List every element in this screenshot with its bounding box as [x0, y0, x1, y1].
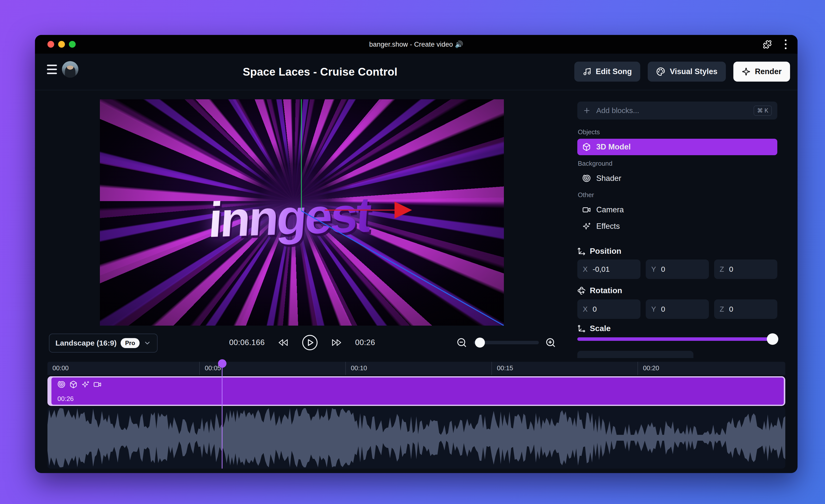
block-item-camera[interactable]: Camera — [577, 201, 777, 218]
playhead-handle[interactable] — [218, 359, 226, 368]
properties-sidebar: Add blocks... ⌘ K Objects 3D Model Backg… — [577, 35, 777, 358]
rewind-button[interactable] — [278, 338, 288, 348]
ruler-tick: 00:15 — [492, 362, 638, 375]
rotation-y-input[interactable]: Y 0 — [646, 300, 709, 319]
block-item-effects[interactable]: Effects — [577, 218, 777, 235]
timeline-clip[interactable]: 00:26 — [48, 376, 785, 406]
clip-duration-label: 00:26 — [58, 395, 74, 403]
ruler-tick: 00:10 — [345, 362, 492, 375]
rotation-x-input[interactable]: X 0 — [577, 300, 641, 319]
box-icon — [69, 381, 77, 389]
fast-forward-button[interactable] — [331, 338, 342, 348]
aspect-ratio-select[interactable]: Landscape (16:9) Pro — [49, 334, 158, 352]
group-label-objects: Objects — [578, 128, 600, 136]
rotate-3d-icon — [577, 286, 586, 295]
scale-slider-track[interactable] — [577, 337, 777, 341]
scale-3d-icon — [577, 324, 586, 333]
block-item-label: 3D Model — [596, 143, 631, 152]
sparkles-icon — [582, 222, 591, 231]
page-title: Space Laces - Cruise Control — [215, 54, 425, 90]
zoom-out-icon[interactable] — [456, 337, 467, 348]
timeline-ruler[interactable]: 00:00 00:05 00:10 00:15 00:20 — [48, 362, 785, 375]
gizmo-x-arrowhead[interactable] — [394, 201, 412, 219]
group-label-other: Other — [578, 191, 594, 199]
block-item-3d-model[interactable]: 3D Model — [577, 139, 777, 155]
current-time: 00:06.166 — [229, 338, 265, 347]
app-window: banger.show - Create video 🔊 Space Laces… — [35, 35, 798, 473]
playhead-line[interactable] — [222, 364, 222, 469]
block-item-shader[interactable]: Shader — [577, 170, 777, 187]
rotation-z-input[interactable]: Z 0 — [714, 300, 777, 319]
add-blocks-placeholder: Add blocks... — [596, 106, 748, 115]
shell-icon — [582, 174, 591, 183]
scale-section-header: Scale — [577, 324, 611, 333]
add-blocks-input[interactable]: Add blocks... ⌘ K — [577, 101, 777, 119]
transform-gizmo[interactable] — [100, 99, 504, 326]
play-button[interactable] — [302, 334, 318, 351]
chevron-down-icon — [144, 339, 151, 347]
plus-icon — [583, 106, 591, 114]
block-item-label: Effects — [596, 222, 620, 231]
block-item-label: Camera — [596, 205, 624, 214]
position-x-input[interactable]: X -0,01 — [577, 259, 641, 279]
clipped-panel-edge — [577, 351, 693, 358]
box-icon — [582, 143, 591, 151]
position-z-input[interactable]: Z 0 — [714, 259, 777, 279]
transport-controls: 00:06.166 00:26 — [210, 334, 394, 351]
position-section-header: Position — [577, 247, 621, 256]
group-label-background: Background — [578, 160, 612, 167]
scale-slider[interactable] — [577, 333, 777, 345]
aspect-ratio-label: Landscape (16:9) — [56, 339, 117, 347]
pro-badge: Pro — [121, 338, 140, 348]
zoom-slider-thumb[interactable] — [475, 338, 485, 348]
browser-menu-icon[interactable] — [785, 39, 786, 49]
scale-label: Scale — [590, 324, 611, 333]
gizmo-z-axis[interactable] — [301, 211, 504, 326]
rotation-section-header: Rotation — [577, 286, 622, 295]
waveform[interactable] — [48, 407, 785, 469]
timeline: 00:00 00:05 00:10 00:15 00:20 — [48, 362, 785, 469]
scale-slider-thumb[interactable] — [767, 333, 778, 345]
shell-icon — [58, 381, 65, 389]
zoom-slider[interactable] — [473, 341, 539, 344]
rotation-label: Rotation — [590, 286, 622, 295]
waveform-graphic — [48, 407, 785, 469]
clip-block-icons — [58, 381, 101, 389]
preview-viewport[interactable]: inngest — [100, 99, 504, 326]
video-icon — [582, 205, 591, 214]
timeline-zoom-controls — [456, 334, 556, 351]
zoom-in-icon[interactable] — [545, 337, 556, 348]
move-3d-icon — [577, 247, 586, 255]
video-icon — [93, 381, 101, 389]
position-y-input[interactable]: Y 0 — [646, 259, 709, 279]
ruler-tick: 00:00 — [48, 362, 199, 375]
total-duration: 00:26 — [355, 338, 375, 347]
position-label: Position — [590, 247, 621, 256]
sparkles-icon — [81, 381, 89, 389]
avatar[interactable] — [62, 61, 78, 78]
ruler-tick: 00:20 — [638, 362, 785, 375]
block-item-label: Shader — [596, 174, 621, 183]
hamburger-menu-icon[interactable] — [47, 65, 57, 74]
shortcut-badge: ⌘ K — [754, 105, 772, 116]
